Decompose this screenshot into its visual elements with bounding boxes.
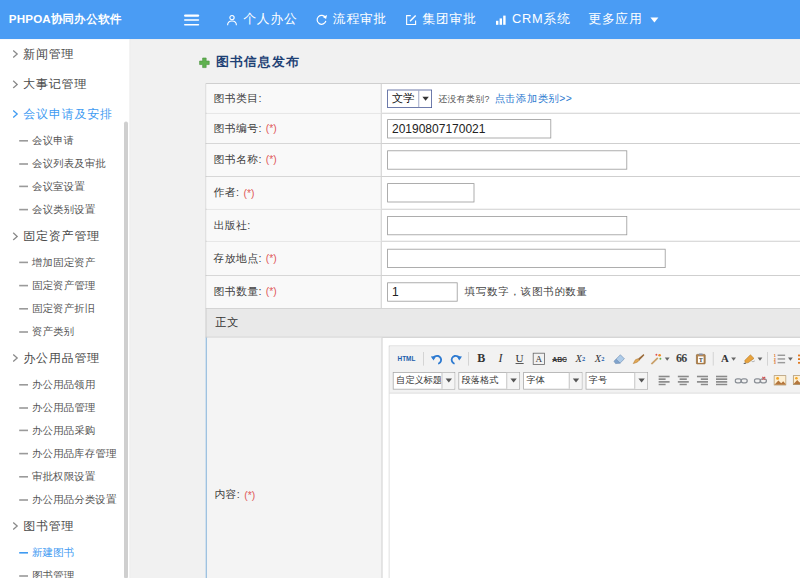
font-style-button[interactable]: A	[530, 349, 548, 368]
editor-toolbar-row-2: 自定义标题 段落格式 字体	[393, 370, 800, 392]
insert-image-button[interactable]	[770, 371, 788, 390]
field-label: 图书类目:	[206, 84, 381, 113]
menu-toggle-button[interactable]	[184, 14, 199, 25]
field-label: 图书数量: (*)	[206, 276, 381, 308]
quantity-input[interactable]	[387, 282, 457, 301]
highlight-color-button[interactable]	[741, 349, 764, 368]
sidebar-item-asset-manage[interactable]: 固定资产管理	[0, 274, 130, 297]
select-arrow	[506, 373, 519, 389]
editor-toolbar: HTML	[390, 347, 800, 394]
subscript-button[interactable]: X2	[590, 349, 608, 368]
nav-item-personal-office[interactable]: 个人办公	[226, 0, 298, 39]
dash-icon	[19, 285, 28, 287]
redo-button[interactable]	[446, 349, 464, 368]
field-label: 存放地点: (*)	[206, 242, 381, 275]
book-no-input[interactable]	[387, 119, 551, 138]
dash-icon	[19, 331, 28, 333]
sidebar-item-approval-permission[interactable]: 审批权限设置	[0, 465, 130, 488]
add-category-link[interactable]: 点击添加类别>>	[495, 91, 573, 105]
sidebar-item-supplies-manage[interactable]: 办公用品管理	[0, 396, 130, 419]
field-label: 出版社:	[206, 210, 381, 241]
sidebar-group-books[interactable]: 图书管理	[0, 511, 130, 541]
clipboard-text-icon: T	[695, 353, 706, 365]
caret-down-icon	[665, 357, 670, 360]
toolbar-separator	[767, 352, 768, 366]
sidebar-item-meeting-room[interactable]: 会议室设置	[0, 175, 130, 198]
ordered-list-button[interactable]: 1 2 3	[771, 349, 794, 368]
sidebar-scrollbar-thumb[interactable]	[124, 122, 128, 578]
align-justify-button[interactable]	[713, 371, 731, 390]
sidebar-group-news[interactable]: 新闻管理	[0, 39, 130, 69]
sidebar-item-supplies-inventory[interactable]: 办公用品库存管理	[0, 442, 130, 465]
book-name-input[interactable]	[387, 150, 627, 169]
dash-icon	[19, 552, 28, 554]
strikethrough-button[interactable]: ABC	[549, 349, 571, 368]
superscript-button[interactable]: X2	[571, 349, 589, 368]
nav-item-group-approval[interactable]: 集团审批	[405, 0, 477, 39]
author-input[interactable]	[387, 183, 474, 202]
batch-image-button[interactable]	[790, 371, 800, 390]
link-icon	[734, 377, 748, 385]
unordered-list-button[interactable]	[795, 349, 800, 368]
blockquote-button[interactable]: 66	[672, 349, 690, 368]
align-center-button[interactable]	[674, 371, 692, 390]
paragraph-format-select[interactable]: 段落格式	[458, 372, 520, 390]
format-painter-button[interactable]	[629, 349, 647, 368]
sidebar-group-events[interactable]: 大事记管理	[0, 69, 130, 99]
sidebar-item-add-asset[interactable]: 增加固定资产	[0, 251, 130, 274]
select-arrow	[569, 373, 582, 389]
quick-format-button[interactable]	[648, 349, 671, 368]
align-left-button[interactable]	[655, 371, 673, 390]
toolbar-separator	[713, 352, 714, 366]
field-value: HTML	[382, 338, 800, 578]
nav-item-crm-system[interactable]: CRM系统	[494, 0, 570, 39]
category-select[interactable]: 文学	[387, 89, 432, 107]
publisher-input[interactable]	[387, 216, 627, 235]
insert-link-button[interactable]	[732, 371, 750, 390]
dash-icon	[19, 308, 28, 310]
top-navigation: 个人办公 流程审批 集团审批 CRM系统	[226, 0, 659, 39]
font-color-button[interactable]: A	[717, 349, 740, 368]
chevron-right-icon	[12, 522, 18, 531]
sidebar-item-meeting-request[interactable]: 会议申请	[0, 129, 130, 152]
font-color-a-icon: A	[721, 353, 729, 366]
user-icon	[226, 13, 239, 26]
sidebar-item-book-manage[interactable]: 图书管理	[0, 564, 130, 578]
nav-item-more-apps[interactable]: 更多应用	[588, 0, 658, 39]
sidebar-item-supplies-claim[interactable]: 办公用品领用	[0, 373, 130, 396]
underline-button[interactable]: U	[510, 349, 528, 368]
sidebar-item-supplies-category[interactable]: 办公用品分类设置	[0, 488, 130, 511]
edit-square-icon	[405, 13, 418, 26]
align-right-button[interactable]	[694, 371, 712, 390]
location-input[interactable]	[387, 249, 665, 268]
sidebar-item-meeting-category[interactable]: 会议类别设置	[0, 198, 130, 221]
redo-icon	[449, 353, 462, 365]
sidebar-item-meeting-list[interactable]: 会议列表及审批	[0, 152, 130, 175]
field-label: 作者: (*)	[206, 177, 381, 209]
sidebar-group-fixed-assets[interactable]: 固定资产管理	[0, 221, 130, 251]
sidebar-item-supplies-purchase[interactable]: 办公用品采购	[0, 419, 130, 442]
italic-button[interactable]: I	[491, 349, 509, 368]
sidebar-item-asset-depreciation[interactable]: 固定资产折旧	[0, 297, 130, 320]
sidebar-item-asset-category[interactable]: 资产类别	[0, 320, 130, 343]
font-size-select[interactable]: 字号	[586, 372, 648, 390]
sidebar-group-meetings[interactable]: 会议申请及安排	[0, 99, 130, 129]
bar-chart-icon	[494, 13, 507, 26]
remove-link-button[interactable]	[751, 371, 769, 390]
font-family-select[interactable]: 字体	[523, 372, 582, 390]
plus-icon	[198, 57, 210, 69]
sidebar-group-office-supplies[interactable]: 办公用品管理	[0, 343, 130, 373]
undo-button[interactable]	[427, 349, 445, 368]
editor-content-area[interactable]	[390, 394, 800, 578]
heading-select[interactable]: 自定义标题	[393, 372, 455, 390]
nav-item-process-approval[interactable]: 流程审批	[315, 0, 387, 39]
paste-plain-button[interactable]: T	[691, 349, 709, 368]
sidebar-item-new-book[interactable]: 新建图书	[0, 541, 130, 564]
select-arrow	[442, 373, 455, 389]
source-code-button[interactable]: HTML	[393, 349, 420, 368]
dash-icon	[19, 407, 28, 409]
hamburger-icon	[184, 19, 199, 21]
bold-button[interactable]: B	[472, 349, 490, 368]
remove-format-button[interactable]	[610, 349, 628, 368]
page-title-text: 图书信息发布	[216, 54, 300, 71]
